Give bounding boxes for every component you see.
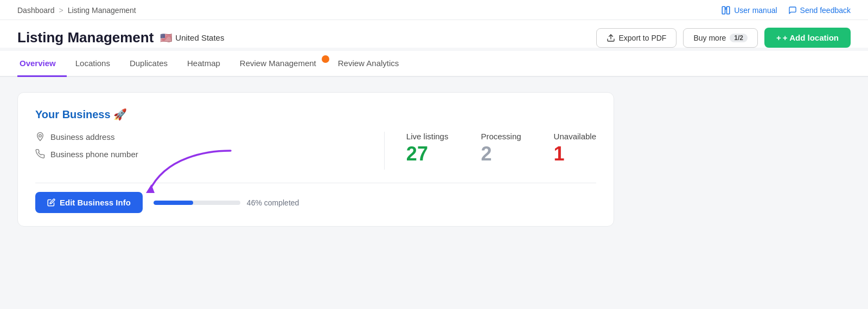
- processing-stat: Processing 2: [481, 132, 521, 164]
- business-card: Your Business 🚀 Business address Busines…: [17, 92, 614, 227]
- live-listings-stat: Live listings 27: [406, 132, 449, 164]
- stats-area: Live listings 27 Processing 2 Unavailabl…: [406, 132, 596, 164]
- country-badge: 🇺🇸 United States: [160, 32, 224, 44]
- country-flag: 🇺🇸: [160, 32, 172, 44]
- business-card-title: Your Business 🚀: [35, 108, 596, 121]
- page-title-area: Listing Management 🇺🇸 United States: [17, 29, 224, 46]
- svg-rect-0: [722, 7, 725, 14]
- tab-duplicates[interactable]: Duplicates: [121, 51, 178, 77]
- book-icon: [721, 5, 731, 15]
- country-name: United States: [175, 33, 224, 42]
- breadcrumb: Dashboard > Listing Management: [17, 6, 136, 15]
- main-content: Your Business 🚀 Business address Busines…: [0, 77, 868, 242]
- buy-more-count-badge: 1/2: [730, 34, 748, 42]
- export-pdf-button[interactable]: Export to PDF: [596, 28, 677, 48]
- tab-overview[interactable]: Overview: [17, 51, 67, 77]
- edit-business-info-button[interactable]: Edit Business Info: [35, 192, 143, 213]
- progress-label: 46% completed: [247, 198, 299, 207]
- processing-value: 2: [481, 144, 521, 164]
- breadcrumb-current: Listing Management: [68, 6, 136, 15]
- plus-icon: +: [776, 33, 781, 42]
- svg-point-5: [39, 134, 42, 137]
- upload-icon: [607, 34, 615, 42]
- business-info-grid: Business address Business phone number L…: [35, 132, 596, 170]
- top-actions: User manual Send feedback: [721, 5, 851, 15]
- unavailable-label: Unavailable: [554, 132, 596, 141]
- buy-more-button[interactable]: Buy more 1/2: [683, 28, 758, 48]
- breadcrumb-separator: >: [59, 6, 63, 15]
- breadcrumb-home[interactable]: Dashboard: [17, 6, 55, 15]
- chat-icon: [788, 6, 797, 15]
- bottom-action-row: Edit Business Info 46% completed: [35, 183, 596, 213]
- tab-heatmap[interactable]: Heatmap: [178, 51, 231, 77]
- unavailable-stat: Unavailable 1: [554, 132, 596, 164]
- svg-rect-1: [727, 7, 730, 14]
- vertical-divider: [384, 132, 385, 170]
- tab-locations[interactable]: Locations: [67, 51, 121, 77]
- page-title: Listing Management: [17, 29, 154, 46]
- nav-tabs: Overview Locations Duplicates Heatmap Re…: [0, 51, 868, 77]
- address-row: Business address: [35, 132, 362, 141]
- tab-review-management[interactable]: Review Management: [231, 51, 329, 77]
- location-icon: [35, 132, 45, 141]
- top-bar: Dashboard > Listing Management User manu…: [0, 0, 868, 20]
- user-manual-link[interactable]: User manual: [721, 5, 777, 15]
- review-management-notification-badge: [322, 55, 329, 63]
- tab-review-analytics[interactable]: Review Analytics: [329, 51, 410, 77]
- svg-marker-6: [146, 184, 155, 193]
- progress-bar-fill: [154, 201, 194, 205]
- processing-label: Processing: [481, 132, 521, 141]
- phone-icon: [35, 149, 45, 159]
- progress-bar-background: [154, 201, 240, 205]
- add-location-button[interactable]: + + Add location: [764, 28, 851, 48]
- header-buttons: Export to PDF Buy more 1/2 + + Add locat…: [596, 28, 851, 48]
- send-feedback-link[interactable]: Send feedback: [788, 6, 851, 15]
- pencil-icon: [47, 198, 55, 207]
- live-listings-label: Live listings: [406, 132, 449, 141]
- progress-container: 46% completed: [154, 198, 596, 207]
- live-listings-value: 27: [406, 144, 449, 164]
- unavailable-value: 1: [554, 144, 596, 164]
- business-details: Business address Business phone number: [35, 132, 362, 166]
- phone-row: Business phone number: [35, 149, 362, 159]
- header-row: Listing Management 🇺🇸 United States Expo…: [0, 20, 868, 48]
